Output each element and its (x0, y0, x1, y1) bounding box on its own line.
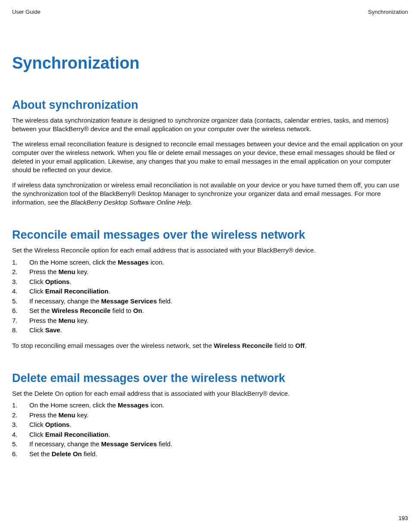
delete-intro: Set the Delete On option for each email … (12, 389, 408, 398)
list-item: Click Options. (12, 420, 408, 430)
list-item: Press the Menu key. (12, 316, 408, 326)
list-item: Set the Wireless Reconcile field to On. (12, 306, 408, 316)
page-title: Synchronization (12, 54, 408, 73)
about-heading: About synchronization (12, 98, 408, 112)
list-item: Click Email Reconciliation. (12, 430, 408, 440)
delete-steps: On the Home screen, click the Messages i… (12, 401, 408, 459)
header-right: Synchronization (368, 9, 408, 15)
list-item: If necessary, change the Message Service… (12, 439, 408, 449)
header-left: User Guide (12, 9, 41, 15)
reconcile-outro: To stop reconciling email messages over … (12, 341, 408, 350)
list-item: Click Email Reconciliation. (12, 287, 408, 297)
about-paragraph-1: The wireless data synchronization featur… (12, 116, 408, 134)
about-p3-italic: BlackBerry Desktop Software Online Help. (71, 199, 192, 206)
reconcile-intro: Set the Wireless Reconcile option for ea… (12, 246, 408, 255)
about-paragraph-3: If wireless data synchronization or wire… (12, 181, 408, 207)
reconcile-heading: Reconcile email messages over the wirele… (12, 228, 408, 242)
reconcile-steps: On the Home screen, click the Messages i… (12, 258, 408, 335)
list-item: Set the Delete On field. (12, 449, 408, 459)
list-item: On the Home screen, click the Messages i… (12, 401, 408, 410)
about-paragraph-2: The wireless email reconciliation featur… (12, 140, 408, 175)
about-p3-text: If wireless data synchronization or wire… (12, 181, 399, 206)
list-item: Click Save. (12, 325, 408, 335)
list-item: Press the Menu key. (12, 267, 408, 277)
list-item: On the Home screen, click the Messages i… (12, 258, 408, 268)
list-item: Press the Menu key. (12, 410, 408, 420)
page-header: User Guide Synchronization (12, 9, 408, 15)
list-item: If necessary, change the Message Service… (12, 297, 408, 306)
page-number: 193 (398, 515, 408, 521)
list-item: Click Options. (12, 277, 408, 287)
delete-heading: Delete email messages over the wireless … (12, 372, 408, 385)
